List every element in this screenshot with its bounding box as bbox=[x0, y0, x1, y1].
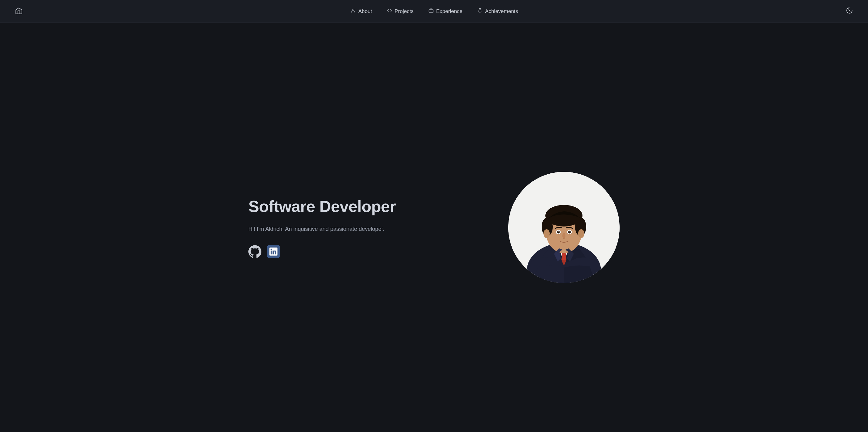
avatar bbox=[508, 172, 620, 283]
svg-point-24 bbox=[559, 231, 559, 232]
home-icon[interactable] bbox=[15, 7, 23, 16]
nav-link-about[interactable]: About bbox=[350, 8, 372, 14]
theme-toggle-button[interactable] bbox=[846, 7, 853, 16]
nav-left bbox=[15, 7, 23, 16]
avatar-image bbox=[508, 172, 620, 283]
briefcase-icon bbox=[428, 8, 434, 14]
nav-right bbox=[846, 7, 853, 16]
navbar: About Projects Experience bbox=[0, 0, 868, 23]
nav-link-projects[interactable]: Projects bbox=[387, 8, 413, 14]
nav-achievements-label: Achievements bbox=[485, 8, 518, 14]
svg-point-3 bbox=[478, 10, 481, 13]
nav-about-label: About bbox=[358, 8, 372, 14]
nav-link-experience[interactable]: Experience bbox=[428, 8, 462, 14]
hero-content: Software Developer Hi! I'm Aldrich. An i… bbox=[248, 197, 409, 258]
code-icon bbox=[387, 8, 392, 14]
hero-section: Software Developer Hi! I'm Aldrich. An i… bbox=[0, 0, 868, 432]
github-link[interactable] bbox=[248, 245, 261, 258]
hero-inner: Software Developer Hi! I'm Aldrich. An i… bbox=[248, 172, 620, 283]
svg-point-25 bbox=[570, 231, 570, 232]
nav-link-achievements[interactable]: Achievements bbox=[477, 8, 518, 14]
nav-projects-label: Projects bbox=[395, 8, 413, 14]
nav-experience-label: Experience bbox=[436, 8, 462, 14]
hero-avatar-wrapper bbox=[508, 172, 620, 283]
linkedin-link[interactable] bbox=[267, 245, 280, 258]
svg-rect-1 bbox=[429, 9, 433, 13]
medal-icon bbox=[477, 8, 483, 14]
svg-point-15 bbox=[578, 229, 584, 238]
hero-social-links bbox=[248, 245, 409, 258]
hero-description: Hi! I'm Aldrich. An inquisitive and pass… bbox=[248, 225, 409, 234]
hero-title: Software Developer bbox=[248, 197, 409, 216]
svg-point-0 bbox=[352, 9, 354, 11]
nav-links: About Projects Experience bbox=[350, 8, 518, 14]
person-icon bbox=[350, 8, 356, 14]
svg-point-14 bbox=[544, 229, 550, 238]
